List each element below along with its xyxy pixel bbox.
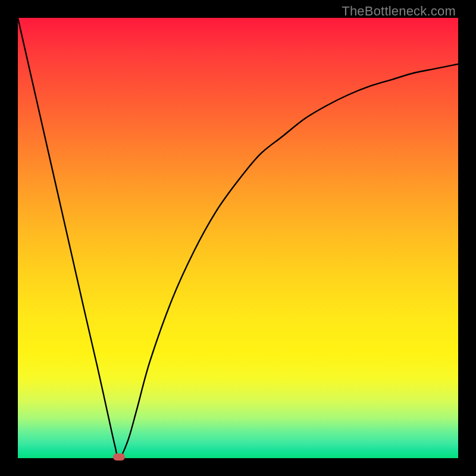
optimum-marker <box>113 453 125 461</box>
bottleneck-curve <box>18 18 458 458</box>
watermark-text: TheBottleneck.com <box>342 4 456 19</box>
chart-frame: TheBottleneck.com <box>0 0 476 476</box>
